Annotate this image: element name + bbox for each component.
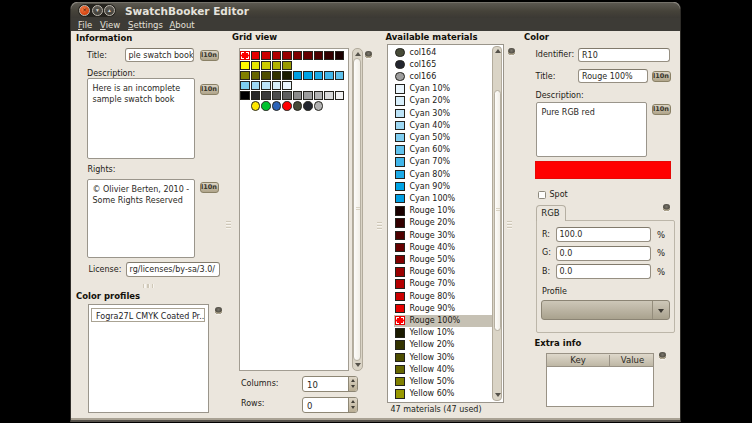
grid-swatch-22[interactable]: [314, 71, 324, 80]
material-row-rouge-70-[interactable]: Rouge 70%: [394, 278, 494, 290]
description-textarea[interactable]: Here is an incomplete sample swatch book: [87, 78, 196, 159]
grid-swatch-7[interactable]: [314, 51, 324, 60]
materials-list[interactable]: col164col165col166Cyan 10%Cyan 20%Cyan 3…: [387, 44, 504, 403]
material-row-rouge-30-[interactable]: Rouge 30%: [394, 230, 494, 242]
grid-scroll-down-icon[interactable]: [355, 363, 361, 367]
grid-swatch-15[interactable]: [240, 71, 250, 80]
extra-info-table[interactable]: Key Value: [546, 353, 654, 407]
grid-swatch-34[interactable]: [282, 91, 292, 100]
grid-swatch-25[interactable]: [240, 81, 250, 90]
rgb-settings-icon[interactable]: [663, 204, 670, 211]
material-row-rouge-100-[interactable]: Rouge 100%: [394, 315, 494, 327]
close-button[interactable]: ✕: [79, 5, 90, 16]
material-row-cyan-80-[interactable]: Cyan 80%: [394, 169, 494, 181]
grid-swatch-1[interactable]: [251, 51, 261, 60]
grid-swatch-33[interactable]: [272, 91, 282, 100]
extra-info-col-key[interactable]: Key: [547, 355, 610, 366]
material-row-rouge-20-[interactable]: Rouge 20%: [394, 217, 494, 229]
rights-l10n-button[interactable]: l10n: [200, 182, 219, 193]
material-row-yellow-40-[interactable]: Yellow 40%: [394, 364, 494, 376]
color-description-l10n-button[interactable]: l10n: [652, 104, 671, 115]
columns-spin-buttons[interactable]: [348, 377, 357, 391]
channel-b-input[interactable]: 0.0: [556, 264, 651, 279]
material-row-cyan-60-[interactable]: Cyan 60%: [394, 144, 494, 156]
material-row-yellow-20-[interactable]: Yellow 20%: [394, 339, 494, 351]
grid-swatch-24[interactable]: [335, 71, 345, 80]
grid-swatch-21[interactable]: [303, 71, 313, 80]
grid-swatch-44[interactable]: [293, 101, 303, 111]
grid-swatch-42[interactable]: [272, 101, 282, 111]
grid-swatch-43[interactable]: [282, 101, 292, 111]
grid-swatch-19[interactable]: [282, 71, 292, 80]
grid-swatch-5[interactable]: [293, 51, 303, 60]
material-row-cyan-70-[interactable]: Cyan 70%: [394, 156, 494, 168]
material-row-cyan-10-[interactable]: Cyan 10%: [394, 83, 494, 95]
grid-swatch-20[interactable]: [293, 71, 303, 80]
grid-swatch-36[interactable]: [303, 91, 313, 100]
maximize-button[interactable]: ▴: [104, 5, 115, 16]
materials-scroll-down-icon[interactable]: [495, 393, 501, 397]
materials-scrollbar-thumb[interactable]: [494, 90, 501, 331]
grid-swatch-2[interactable]: [261, 51, 271, 60]
minimize-button[interactable]: ▾: [92, 5, 103, 16]
grid-swatch-12[interactable]: [261, 61, 271, 70]
material-row-rouge-10-[interactable]: Rouge 10%: [394, 205, 494, 217]
grid-swatch-27[interactable]: [261, 81, 271, 90]
grid-swatch-4[interactable]: [282, 51, 292, 60]
profiles-settings-icon[interactable]: [215, 307, 222, 314]
color-description-textarea[interactable]: Pure RGB red: [536, 102, 647, 157]
grid-swatch-28[interactable]: [272, 81, 282, 90]
material-row-cyan-20-[interactable]: Cyan 20%: [394, 95, 494, 107]
license-input[interactable]: rg/licenses/by-sa/3.0/: [126, 262, 220, 277]
extra-info-settings-icon[interactable]: [659, 352, 666, 359]
pane-grip-info-grid[interactable]: [226, 221, 231, 230]
grid-swatch-6[interactable]: [303, 51, 313, 60]
grid-swatch-26[interactable]: [251, 81, 261, 90]
grid-swatch-46[interactable]: [314, 101, 324, 111]
grid-swatch-38[interactable]: [324, 91, 334, 100]
pane-grip-grid-materials[interactable]: [377, 222, 382, 231]
grid-swatch-11[interactable]: [251, 61, 261, 70]
grid-swatch-17[interactable]: [261, 71, 271, 80]
material-row-rouge-90-[interactable]: Rouge 90%: [394, 303, 494, 315]
color-settings-icon[interactable]: [508, 48, 515, 55]
material-row-rouge-80-[interactable]: Rouge 80%: [394, 291, 494, 303]
material-row-cyan-100-[interactable]: Cyan 100%: [394, 193, 494, 205]
grid-scrollbar[interactable]: [352, 48, 363, 372]
grid-swatch-14[interactable]: [282, 61, 292, 70]
grid-scrollbar-thumb[interactable]: [353, 58, 361, 361]
menu-about[interactable]: About: [170, 20, 195, 30]
tab-rgb[interactable]: RGB: [536, 205, 566, 221]
grid-swatch-3[interactable]: [272, 51, 282, 60]
grid-swatch-18[interactable]: [272, 71, 282, 80]
materials-scrollbar[interactable]: [492, 46, 502, 401]
material-row-yellow-60-[interactable]: Yellow 60%: [394, 388, 494, 400]
menu-view[interactable]: View: [100, 20, 120, 30]
grid-swatch-30[interactable]: [240, 91, 250, 100]
profile-dropdown[interactable]: [541, 300, 670, 320]
grid-swatch-10[interactable]: [240, 61, 250, 70]
grid-swatch-40[interactable]: [251, 101, 261, 111]
grid-swatch-0[interactable]: [240, 51, 250, 60]
material-row-rouge-60-[interactable]: Rouge 60%: [394, 266, 494, 278]
grid-swatch-9[interactable]: [335, 51, 345, 60]
pane-grip-horizontal[interactable]: [143, 284, 155, 288]
material-row-col165[interactable]: col165: [394, 59, 494, 71]
grid-swatch-35[interactable]: [293, 91, 303, 100]
rows-spin-buttons[interactable]: [348, 398, 357, 412]
extra-info-col-value[interactable]: Value: [611, 355, 654, 365]
grid-scroll-up-icon[interactable]: [355, 52, 361, 56]
spot-checkbox[interactable]: [538, 191, 546, 199]
color-profiles-list[interactable]: Fogra27L CMYK Coated Pr...: [88, 304, 209, 413]
pane-grip-materials-color[interactable]: [507, 221, 512, 230]
color-profile-row[interactable]: Fogra27L CMYK Coated Pr...: [91, 308, 205, 322]
channel-g-input[interactable]: 0.0: [556, 246, 651, 261]
material-row-yellow-10-[interactable]: Yellow 10%: [394, 327, 494, 339]
channel-r-input[interactable]: 100.0: [556, 227, 651, 242]
grid-swatch-23[interactable]: [324, 71, 334, 80]
material-row-rouge-40-[interactable]: Rouge 40%: [394, 242, 494, 254]
color-title-l10n-button[interactable]: l10n: [652, 71, 671, 82]
grid-swatch-32[interactable]: [261, 91, 271, 100]
grid-swatch-8[interactable]: [324, 51, 334, 60]
materials-scroll-up-icon[interactable]: [495, 49, 501, 53]
